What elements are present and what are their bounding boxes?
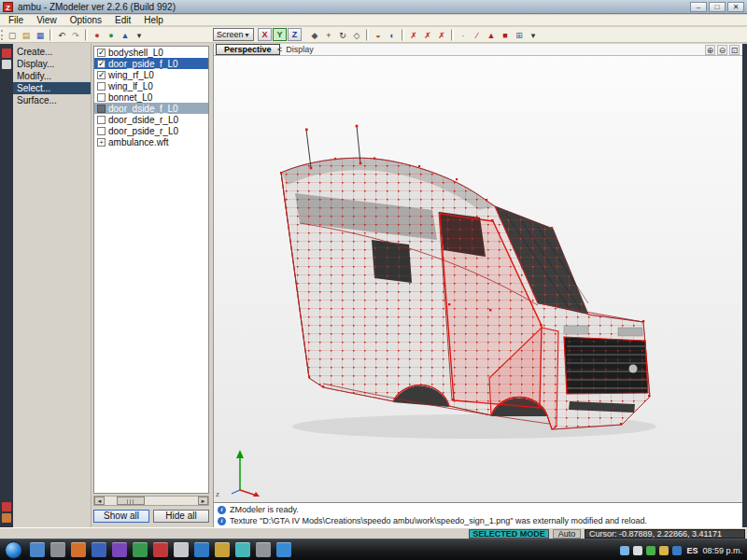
sidebar-item-display[interactable]: Display... bbox=[13, 58, 91, 70]
object-list-item[interactable]: door_pside_r_L0 bbox=[94, 125, 208, 136]
mirror-tool-icon[interactable]: ◐ bbox=[386, 28, 399, 42]
title-bar[interactable]: Z ambu - ZModeler ver 2.2.6 (Build 992) … bbox=[0, 0, 747, 14]
grid-toggle-icon[interactable]: ⊞ bbox=[513, 28, 526, 42]
tray-icon[interactable] bbox=[646, 546, 655, 555]
visibility-checkbox[interactable] bbox=[97, 82, 106, 91]
side-tool-icon[interactable] bbox=[2, 60, 11, 69]
redo-icon[interactable]: ↷ bbox=[69, 28, 82, 42]
scroll-right-icon[interactable]: ► bbox=[198, 497, 208, 505]
maximize-button[interactable]: □ bbox=[709, 2, 726, 12]
cut-faces-icon[interactable]: ✗ bbox=[435, 28, 448, 42]
mode-indicator[interactable]: SELECTED MODE bbox=[469, 529, 549, 539]
scrollbar-thumb[interactable] bbox=[117, 497, 145, 505]
object-list-item[interactable]: door_dside_r_L0 bbox=[94, 114, 208, 125]
object-list-item[interactable]: bonnet_L0 bbox=[94, 91, 208, 103]
object-list-item[interactable]: door_pside_f_L0 bbox=[94, 58, 208, 69]
toolbar-icon[interactable] bbox=[85, 29, 88, 41]
expand-plus-icon[interactable]: + bbox=[97, 138, 106, 147]
menu-item-options[interactable]: Options bbox=[63, 15, 108, 25]
object-list-item[interactable]: wing_rf_L0 bbox=[94, 69, 208, 80]
close-button[interactable]: ✕ bbox=[727, 2, 744, 12]
cut-edges-icon[interactable]: ✗ bbox=[421, 28, 434, 42]
open-folder-icon[interactable]: ▤ bbox=[20, 28, 33, 42]
undo-icon[interactable]: ↶ bbox=[55, 28, 68, 42]
view-mode-dropdown[interactable]: Screen ▼ bbox=[213, 28, 254, 41]
vertex-mode-icon[interactable]: ∙ bbox=[457, 28, 470, 42]
menu-item-help[interactable]: Help bbox=[137, 15, 170, 25]
taskbar-app-icon[interactable] bbox=[112, 542, 127, 557]
zoom-in-icon[interactable]: ⊕ bbox=[705, 45, 715, 55]
view-name-button[interactable]: Perspective bbox=[216, 44, 280, 55]
taskbar-app-icon[interactable] bbox=[194, 542, 209, 557]
visibility-checkbox[interactable] bbox=[97, 60, 106, 68]
taskbar-app-icon[interactable] bbox=[235, 542, 250, 557]
taskbar-app-icon[interactable] bbox=[92, 542, 106, 557]
taskbar-app-icon[interactable] bbox=[174, 542, 189, 557]
side-tool-icon[interactable] bbox=[2, 513, 11, 523]
visibility-checkbox[interactable] bbox=[97, 105, 106, 113]
perspective-viewport[interactable]: Perspective < Display ⊕⊖⊡ bbox=[213, 44, 742, 502]
van-wireframe-model[interactable] bbox=[241, 98, 708, 490]
taskbar-app-icon[interactable] bbox=[215, 542, 230, 557]
face-mode-icon[interactable]: ▲ bbox=[485, 28, 498, 42]
tray-icon[interactable] bbox=[672, 546, 682, 555]
side-tool-icon[interactable] bbox=[2, 49, 11, 58]
object-list-item[interactable]: bodyshell_L0 bbox=[94, 47, 208, 58]
toolbar-icon[interactable] bbox=[49, 29, 52, 41]
toolbar-more-icon[interactable]: ▾ bbox=[527, 28, 540, 42]
move-tool-icon[interactable]: + bbox=[322, 28, 335, 42]
show-all-button[interactable]: Show all bbox=[93, 510, 149, 523]
visibility-checkbox[interactable] bbox=[97, 49, 106, 57]
tray-icon[interactable] bbox=[659, 546, 669, 555]
axis-button[interactable]: X bbox=[258, 28, 272, 41]
scale-tool-icon[interactable]: ◇ bbox=[350, 28, 363, 42]
scroll-left-icon[interactable]: ◄ bbox=[94, 497, 105, 505]
tray-icon[interactable] bbox=[633, 546, 642, 555]
taskbar-app-icon[interactable] bbox=[133, 542, 148, 557]
visibility-checkbox[interactable] bbox=[97, 71, 106, 79]
toolbar-icon[interactable] bbox=[366, 29, 369, 41]
side-tool-icon[interactable] bbox=[2, 502, 11, 511]
select-tool-icon[interactable]: ◆ bbox=[308, 28, 321, 42]
primitives-dropdown-icon[interactable]: ▾ bbox=[133, 28, 146, 42]
object-mode-icon[interactable]: ■ bbox=[499, 28, 512, 42]
visibility-checkbox[interactable] bbox=[97, 116, 106, 124]
object-list-root-item[interactable]: + ambulance.wft bbox=[94, 136, 208, 147]
taskbar-app-icon[interactable] bbox=[50, 542, 65, 557]
new-file-icon[interactable]: ▢ bbox=[6, 28, 19, 42]
sidebar-item-modify[interactable]: Modify... bbox=[13, 70, 91, 82]
snap-magnet-icon[interactable]: ◒ bbox=[372, 28, 385, 42]
axis-button[interactable]: Y bbox=[273, 28, 287, 41]
horizontal-scrollbar[interactable]: ◄ ► bbox=[93, 496, 209, 506]
sidebar-item-select[interactable]: Select... bbox=[13, 82, 91, 94]
toolbar-icon[interactable] bbox=[451, 29, 454, 41]
primitive-cone-icon[interactable]: ▲ bbox=[119, 28, 132, 42]
object-list-item[interactable]: wing_lf_L0 bbox=[94, 80, 208, 91]
taskbar-app-icon[interactable] bbox=[30, 542, 45, 557]
texture-browser-icon[interactable]: ● bbox=[105, 28, 118, 42]
toolbar-icon[interactable] bbox=[402, 29, 404, 41]
start-button[interactable] bbox=[5, 541, 22, 559]
taskbar-app-icon[interactable] bbox=[276, 542, 291, 557]
viewport-breadcrumb[interactable]: < Display bbox=[277, 45, 314, 54]
menu-item-view[interactable]: View bbox=[30, 15, 63, 25]
zoom-out-icon[interactable]: ⊖ bbox=[717, 45, 727, 55]
material-editor-icon[interactable]: ● bbox=[91, 28, 104, 42]
menu-item-edit[interactable]: Edit bbox=[108, 15, 137, 25]
edge-mode-icon[interactable]: ∕ bbox=[471, 28, 484, 42]
visibility-checkbox[interactable] bbox=[97, 127, 106, 135]
object-list-item[interactable]: door_dside_f_L0 bbox=[94, 103, 208, 114]
save-icon[interactable]: ▦ bbox=[34, 28, 47, 42]
rotate-tool-icon[interactable]: ↻ bbox=[336, 28, 349, 42]
zoom-region-icon[interactable]: ⊡ bbox=[729, 45, 740, 55]
hide-all-button[interactable]: Hide all bbox=[153, 510, 209, 523]
taskbar-clock[interactable]: 08:59 p.m. bbox=[702, 546, 742, 555]
language-indicator[interactable]: ES bbox=[686, 546, 698, 555]
menu-item-file[interactable]: File bbox=[2, 15, 30, 25]
auto-button[interactable]: Auto bbox=[553, 529, 581, 539]
taskbar-app-icon[interactable] bbox=[153, 542, 168, 557]
tray-icon[interactable] bbox=[620, 546, 629, 555]
minimize-button[interactable]: – bbox=[690, 2, 707, 12]
sidebar-item-create[interactable]: Create... bbox=[13, 46, 91, 58]
cut-vertices-icon[interactable]: ✗ bbox=[407, 28, 420, 42]
